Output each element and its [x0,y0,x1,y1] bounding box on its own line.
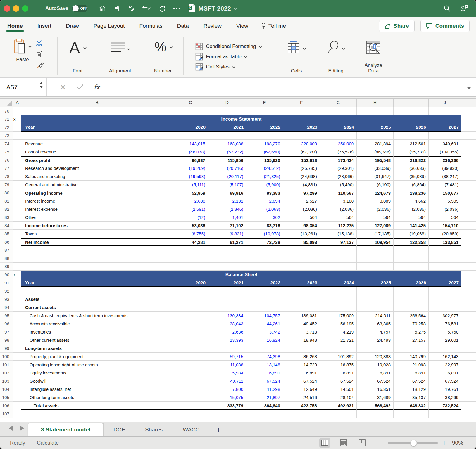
share-button[interactable]: Share [379,20,415,32]
cell-A105[interactable] [13,393,21,402]
redo-icon[interactable] [158,5,166,12]
cell-B98[interactable]: Other current assets [21,336,173,344]
cell-H76[interactable]: 195,548 [357,156,394,164]
cell-B73[interactable] [21,132,173,140]
cell-I82[interactable]: (2,036) [394,205,429,213]
cell-I74[interactable]: 312,561 [394,140,429,148]
cell-J85[interactable]: (20,859) [429,230,461,238]
cell-D106[interactable]: 333,779 [208,402,246,410]
cell-B84[interactable]: Income before taxes [21,222,173,230]
row-header-83[interactable]: 83 [0,213,13,222]
row-header-77[interactable]: 77 [0,164,13,172]
cell-G105[interactable]: 28,104 [320,393,357,402]
close-window-button[interactable] [4,5,10,12]
cell-H99[interactable] [357,344,394,353]
cell-H83[interactable]: 564 [357,213,394,222]
cell-B106[interactable]: Total assets [21,402,173,410]
home-icon[interactable] [99,5,106,12]
cell-F94[interactable] [283,303,320,312]
cell-E85[interactable]: (10,978) [246,230,283,238]
cell-H88[interactable] [357,254,394,263]
cell-D105[interactable]: 15,075 [208,393,246,402]
row-header-92[interactable]: 92 [0,287,13,295]
cell-H107[interactable] [357,410,394,418]
normal-view-button[interactable] [319,438,330,448]
add-sheet-button[interactable]: + [210,423,227,436]
zoom-in-button[interactable]: + [440,439,448,447]
cell-I96[interactable]: 70,258 [394,320,429,328]
cell-C78[interactable]: (19,598) [173,172,208,181]
row-header-71[interactable]: 71 [0,115,13,123]
cell-C88[interactable] [173,254,208,263]
cells-group[interactable]: Cells [277,35,316,77]
cell-styles-button[interactable]: Cell Styles [195,63,265,71]
formula-bar-expand-icon[interactable] [467,86,471,91]
row-header-90[interactable]: 90 [0,271,13,279]
row-header-72[interactable]: 72 [0,123,13,132]
cell-J83[interactable]: 564 [429,213,461,222]
cell-B107[interactable] [21,410,173,418]
cell-H70[interactable] [357,107,394,115]
zoom-slider-knob[interactable] [410,440,417,446]
column-header-D[interactable]: D [208,99,246,107]
cell-J84[interactable]: 154,710 [429,222,461,230]
status-calculate[interactable]: Calculate [37,440,59,446]
cell-I79[interactable]: (6,864) [394,181,429,189]
row-header-106[interactable]: 106 [0,402,13,410]
row-header-97[interactable]: 97 [0,328,13,336]
cell-F98[interactable]: 18,948 [283,336,320,344]
cell-I104[interactable]: 18,129 [394,385,429,393]
cell-D98[interactable]: 13,393 [208,336,246,344]
cell-F88[interactable] [283,254,320,263]
cell-G83[interactable]: 564 [320,213,357,222]
cell-B100[interactable]: Property, plant & equipment [21,353,173,361]
cell-D100[interactable]: 59,715 [208,353,246,361]
cell-E73[interactable] [246,132,283,140]
cell-F85[interactable]: (13,261) [283,230,320,238]
cell-J105[interactable]: 38,299 [429,393,461,402]
cell-G97[interactable]: 4,219 [320,328,357,336]
cell-C80[interactable]: 52,959 [173,189,208,197]
cell-G107[interactable] [320,410,357,418]
cell-A94[interactable] [13,303,21,312]
row-header-74[interactable]: 74 [0,140,13,148]
name-box-spinner[interactable] [39,82,43,88]
cell-G84[interactable]: 112,275 [320,222,357,230]
cell-I95[interactable]: 256,564 [394,312,429,320]
cell-I80[interactable]: 138,236 [394,189,429,197]
column-header-E[interactable]: E [246,99,283,107]
cell-F79[interactable]: (4,831) [283,181,320,189]
cell-D99[interactable] [208,344,246,353]
cell-J77[interactable]: (39,930) [429,164,461,172]
cell-C77[interactable]: (19,269) [173,164,208,172]
minimize-window-button[interactable] [13,5,19,12]
cell-H81[interactable]: 3,889 [357,197,394,205]
number-group[interactable]: % Number [142,35,183,77]
cell-D70[interactable] [208,107,246,115]
cell-E78[interactable]: (21,825) [246,172,283,181]
cell-J79[interactable]: (7,481) [429,181,461,189]
cell-H75[interactable]: (86,346) [357,148,394,156]
cell-G70[interactable] [320,107,357,115]
save-as-icon[interactable] [127,5,134,12]
cell-E92[interactable] [246,287,283,295]
cell-A87[interactable] [13,246,21,254]
cell-A99[interactable] [13,344,21,353]
cell-A95[interactable] [13,312,21,320]
cell-F102[interactable]: 6,891 [283,369,320,377]
cell-E102[interactable]: 6,891 [246,369,283,377]
comments-button[interactable]: Comments [420,20,470,32]
cell-E105[interactable]: 21,897 [246,393,283,402]
cell-B102[interactable]: Equity investments [21,369,173,377]
cell-J103[interactable]: 67,524 [429,377,461,385]
cell-I85[interactable]: (19,068) [394,230,429,238]
confirm-icon[interactable] [77,84,84,91]
row-header-98[interactable]: 98 [0,336,13,344]
cell-G95[interactable]: 175,009 [320,312,357,320]
cell-G94[interactable] [320,303,357,312]
cell-A96[interactable] [13,320,21,328]
cell-A81[interactable] [13,197,21,205]
cell-E79[interactable]: (5,900) [246,181,283,189]
cell-D79[interactable]: (5,107) [208,181,246,189]
cell-F82[interactable]: (2,036) [283,205,320,213]
